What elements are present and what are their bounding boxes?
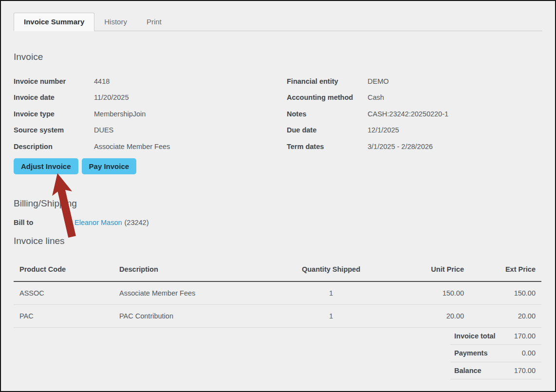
cell-unit-price: 150.00 bbox=[397, 281, 470, 305]
cell-ext-price: 150.00 bbox=[470, 281, 541, 305]
total-label: Payments bbox=[454, 349, 488, 357]
bill-to-label: Bill to bbox=[14, 219, 74, 226]
tab-print[interactable]: Print bbox=[137, 13, 171, 31]
cell-description: Associate Member Fees bbox=[119, 281, 265, 305]
total-row-invoice-total: Invoice total 170.00 bbox=[450, 328, 541, 345]
field-accounting-method: Accounting method Cash bbox=[287, 90, 541, 106]
tab-invoice-summary[interactable]: Invoice Summary bbox=[14, 13, 94, 31]
app-window: Invoice Summary History Print Invoice In… bbox=[0, 0, 556, 392]
field-value: 4418 bbox=[94, 77, 110, 85]
cell-quantity-shipped: 1 bbox=[265, 304, 397, 327]
total-row-payments: Payments 0.00 bbox=[450, 345, 541, 362]
field-value: Associate Member Fees bbox=[94, 143, 170, 150]
invoice-details-right-column: Financial entity DEMO Accounting method … bbox=[287, 73, 541, 155]
table-row: ASSOC Associate Member Fees 1 150.00 150… bbox=[14, 281, 541, 305]
field-notes: Notes CASH:23242:20250220-1 bbox=[287, 106, 541, 122]
tab-history[interactable]: History bbox=[94, 13, 137, 31]
field-value: MembershipJoin bbox=[94, 110, 146, 118]
pay-invoice-button[interactable]: Pay Invoice bbox=[82, 158, 137, 174]
invoice-details: Invoice number 4418 Invoice date 11/20/2… bbox=[14, 73, 541, 155]
field-invoice-number: Invoice number 4418 bbox=[14, 73, 287, 90]
invoice-section-heading: Invoice bbox=[14, 52, 541, 62]
column-header-description: Description bbox=[119, 261, 265, 281]
field-value: 11/20/2025 bbox=[94, 93, 129, 101]
invoice-summary-panel: Invoice Invoice number 4418 Invoice date… bbox=[14, 52, 541, 379]
field-due-date: Due date 12/1/2025 bbox=[287, 122, 541, 139]
column-header-quantity-shipped: Quantity Shipped bbox=[265, 261, 397, 281]
field-value: DEMO bbox=[368, 77, 389, 85]
field-label: Invoice date bbox=[14, 93, 94, 101]
field-value: DUES bbox=[94, 126, 113, 134]
bill-to-row: Bill to Eleanor Mason(23242) bbox=[14, 218, 541, 227]
field-description: Description Associate Member Fees bbox=[14, 138, 287, 155]
field-financial-entity: Financial entity DEMO bbox=[287, 73, 541, 90]
field-label: Financial entity bbox=[287, 77, 368, 85]
bill-to-value: Eleanor Mason(23242) bbox=[74, 219, 149, 226]
billing-shipping-heading: Billing/Shipping bbox=[14, 198, 541, 209]
column-header-ext-price: Ext Price bbox=[470, 261, 541, 281]
tab-bar: Invoice Summary History Print bbox=[14, 13, 542, 31]
field-label: Term dates bbox=[287, 143, 368, 150]
invoice-lines-heading: Invoice lines bbox=[14, 236, 541, 246]
cell-ext-price: 20.00 bbox=[470, 304, 541, 327]
cell-unit-price: 20.00 bbox=[397, 304, 470, 327]
field-value: Cash bbox=[368, 93, 384, 101]
invoice-lines-table: Product Code Description Quantity Shippe… bbox=[14, 261, 541, 328]
total-label: Balance bbox=[454, 367, 482, 374]
cell-product-code: PAC bbox=[14, 304, 119, 327]
field-value: 3/1/2025 - 2/28/2026 bbox=[368, 143, 433, 150]
bill-to-link[interactable]: Eleanor Mason bbox=[74, 219, 122, 226]
field-label: Source system bbox=[14, 126, 94, 134]
column-header-unit-price: Unit Price bbox=[397, 261, 470, 281]
field-label: Description bbox=[14, 143, 94, 150]
invoice-totals: Invoice total 170.00 Payments 0.00 Balan… bbox=[450, 328, 541, 380]
field-label: Invoice type bbox=[14, 110, 94, 118]
column-header-product-code: Product Code bbox=[14, 261, 119, 281]
total-label: Invoice total bbox=[454, 332, 496, 340]
adjust-invoice-button[interactable]: Adjust Invoice bbox=[14, 158, 78, 174]
field-label: Due date bbox=[287, 126, 368, 134]
total-value: 0.00 bbox=[522, 349, 536, 357]
cell-description: PAC Contribution bbox=[119, 304, 265, 327]
field-value: 12/1/2025 bbox=[368, 126, 399, 134]
field-label: Accounting method bbox=[287, 93, 368, 101]
field-term-dates: Term dates 3/1/2025 - 2/28/2026 bbox=[287, 138, 541, 155]
table-header-row: Product Code Description Quantity Shippe… bbox=[14, 261, 541, 281]
field-label: Invoice number bbox=[14, 77, 94, 85]
total-row-balance: Balance 170.00 bbox=[450, 362, 541, 380]
cell-quantity-shipped: 1 bbox=[265, 281, 397, 305]
field-invoice-date: Invoice date 11/20/2025 bbox=[14, 90, 287, 106]
invoice-actions: Adjust Invoice Pay Invoice bbox=[14, 158, 541, 174]
field-label: Notes bbox=[287, 110, 368, 118]
field-source-system: Source system DUES bbox=[14, 122, 287, 139]
invoice-details-left-column: Invoice number 4418 Invoice date 11/20/2… bbox=[14, 73, 287, 155]
bill-to-id: (23242) bbox=[125, 219, 149, 226]
total-value: 170.00 bbox=[514, 367, 536, 374]
table-row: PAC PAC Contribution 1 20.00 20.00 bbox=[14, 304, 541, 327]
total-value: 170.00 bbox=[514, 332, 536, 340]
field-value: CASH:23242:20250220-1 bbox=[368, 110, 448, 118]
cell-product-code: ASSOC bbox=[14, 281, 119, 305]
field-invoice-type: Invoice type MembershipJoin bbox=[14, 106, 287, 122]
